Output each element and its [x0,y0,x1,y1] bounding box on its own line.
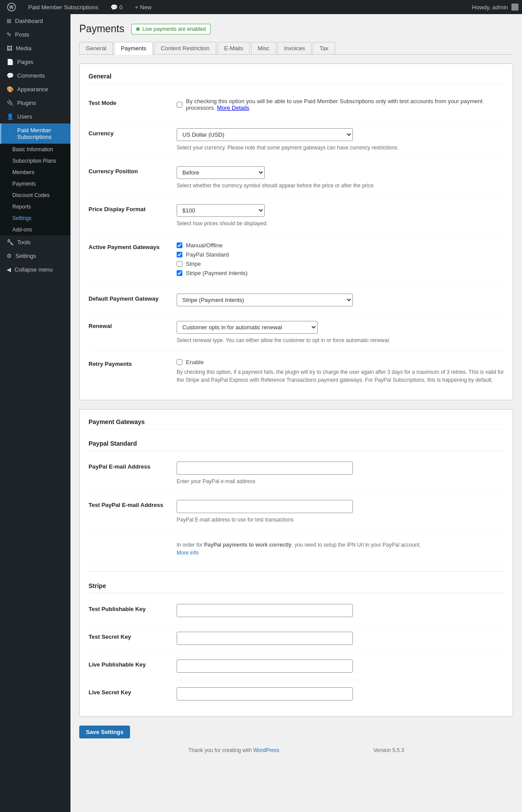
stripe-live-secret-row: Live Secret Key [89,680,504,708]
plugins-icon: 🔌 [7,100,14,106]
gateway-paypal-row: PayPal Standard [177,251,504,258]
paypal-email-input[interactable] [177,462,353,475]
retry-payments-field: Enable By checking this option, if a pay… [177,359,504,384]
tab-tax[interactable]: Tax [313,42,335,54]
test-mode-checkbox[interactable] [177,102,182,108]
renewal-field: Customer opts in for automatic renewal F… [177,321,504,344]
stripe-test-publishable-input[interactable] [177,604,353,617]
sidebar-item-dashboard[interactable]: ⊞ Dashboard [0,14,70,28]
sidebar-item-posts[interactable]: ✎ Posts [0,28,70,41]
price-display-select[interactable]: $100 $100.00 100 USD [177,204,265,217]
footer-version: Version 5.5.3 [373,747,404,753]
submenu-item-settings[interactable]: Settings [0,212,70,224]
stripe-live-publishable-field [177,659,504,673]
currency-position-select[interactable]: Before After [177,166,265,179]
live-badge-text: Live payments are enabled [142,26,206,32]
gateway-manual-checkbox[interactable] [177,242,182,248]
stripe-test-secret-input[interactable] [177,632,353,645]
gateway-stripe-label: Stripe [186,261,201,267]
sidebar-item-plugins[interactable]: 🔌 Plugins [0,96,70,110]
paypal-test-email-input[interactable] [177,500,353,513]
wp-logo-button[interactable]: W [4,0,19,14]
paypal-ipn-field: In order for PayPal payments to work cor… [177,538,504,557]
currency-position-field: Before After Select whether the currency… [177,166,504,190]
retry-payments-checkbox[interactable] [177,359,182,365]
paypal-email-row: PayPal E-mail Address Enter your PayPal … [89,454,504,493]
tab-invoices[interactable]: Invoices [278,42,312,54]
paypal-test-email-help: PayPal E-mail address to use for test tr… [177,516,504,524]
svg-text:W: W [9,5,14,10]
submenu-item-members[interactable]: Members [0,167,70,178]
tab-payments[interactable]: Payments [114,42,153,55]
price-display-field: $100 $100.00 100 USD Select how prices s… [177,204,504,227]
submenu-item-discount-codes[interactable]: Discount Codes [0,190,70,201]
sidebar-label-appearance: Appearance [17,86,48,93]
page-header: Payments Live payments are enabled [79,23,513,35]
test-mode-checkbox-label: By checking this option you will be able… [186,98,504,111]
sidebar-label-dashboard: Dashboard [15,18,43,24]
comments-button[interactable]: 💬 0 [107,0,126,14]
stripe-test-publishable-label: Test Publishable Key [89,604,168,612]
currency-label: Currency [89,128,168,137]
test-mode-more-link[interactable]: More Details [217,104,249,111]
submenu-item-addons[interactable]: Add-ons [0,224,70,235]
currency-select[interactable]: US Dollar (USD) Euro (EUR) British Pound… [177,128,353,141]
sidebar-item-users[interactable]: 👤 Users [0,110,70,123]
price-display-label: Price Display Format [89,204,168,212]
sidebar-item-media[interactable]: 🖼 Media [0,41,70,55]
footer-wordpress-link[interactable]: WordPress [253,747,279,753]
sidebar-item-tools[interactable]: 🔧 Tools [0,235,70,249]
sidebar-item-settings[interactable]: ⚙ Settings [0,249,70,263]
retry-checkbox-row: Enable [177,359,504,365]
sidebar-item-pages[interactable]: 📄 Pages [0,55,70,69]
tab-content-restriction[interactable]: Content Restriction [154,42,216,54]
sidebar-item-comments[interactable]: 💬 Comments [0,69,70,82]
gateway-paypal-checkbox[interactable] [177,252,182,257]
howdy-text: Howdy, admin [472,4,508,11]
stripe-divider [89,571,504,572]
stripe-live-publishable-input[interactable] [177,659,353,673]
pms-submenu: Basic Information Subscription Plans Mem… [0,144,70,235]
gateway-stripe-checkbox[interactable] [177,261,182,267]
renewal-row: Renewal Customer opts in for automatic r… [89,314,504,352]
currency-row: Currency US Dollar (USD) Euro (EUR) Brit… [89,121,504,159]
test-mode-checkbox-row: By checking this option you will be able… [177,98,504,111]
submenu-item-reports[interactable]: Reports [0,201,70,212]
new-button[interactable]: + New [131,0,155,14]
pages-icon: 📄 [7,59,14,65]
save-settings-button[interactable]: Save Settings [79,726,130,738]
tab-emails[interactable]: E-Mails [218,42,250,54]
sidebar-item-paid-member-subs[interactable]: 👤 Paid Member Subscriptions [0,123,70,144]
gateway-stripe-intents-checkbox[interactable] [177,270,182,276]
submenu-item-payments[interactable]: Payments [0,178,70,190]
retry-payments-label: Retry Payments [89,359,168,367]
default-gateway-row: Default Payment Gateway Stripe (Payment … [89,287,504,314]
submenu-item-basic-info[interactable]: Basic Information [0,144,70,155]
sidebar-label-plugins: Plugins [17,100,36,106]
currency-position-help: Select whether the currency symbol shoul… [177,182,504,190]
pms-icon: 👤 [7,130,14,137]
site-name-button[interactable]: Paid Member Subscriptions [25,0,102,14]
stripe-live-publishable-label: Live Publishable Key [89,659,168,668]
tab-general[interactable]: General [79,42,113,54]
paypal-email-help: Enter your PayPal e-mail address [177,477,504,485]
submenu-item-subscription-plans[interactable]: Subscription Plans [0,155,70,167]
posts-icon: ✎ [7,31,11,38]
paypal-test-email-field: PayPal E-mail address to use for test tr… [177,500,504,524]
paypal-ipn-row: In order for PayPal payments to work cor… [89,531,504,564]
sidebar-item-appearance[interactable]: 🎨 Appearance [0,82,70,96]
stripe-live-secret-input[interactable] [177,687,353,700]
site-name-label: Paid Member Subscriptions [28,4,98,11]
renewal-select[interactable]: Customer opts in for automatic renewal F… [177,321,318,334]
gateway-manual-label: Manual/Offline [186,242,223,249]
stripe-test-secret-row: Test Secret Key [89,625,504,652]
paypal-more-info-link[interactable]: More info [177,550,199,556]
sidebar-item-collapse[interactable]: ◀ Collapse menu [0,263,70,276]
sidebar: ⊞ Dashboard ✎ Posts 🖼 Media 📄 Pages 💬 Co… [0,14,70,812]
tab-misc[interactable]: Misc [251,42,276,54]
main-content: Payments Live payments are enabled Gener… [70,14,522,812]
price-display-format-row: Price Display Format $100 $100.00 100 US… [89,197,504,235]
stripe-live-secret-label: Live Secret Key [89,687,168,696]
default-gateway-select[interactable]: Stripe (Payment Intents) PayPal Standard… [177,294,353,306]
comments-icon: 💬 [7,72,14,79]
